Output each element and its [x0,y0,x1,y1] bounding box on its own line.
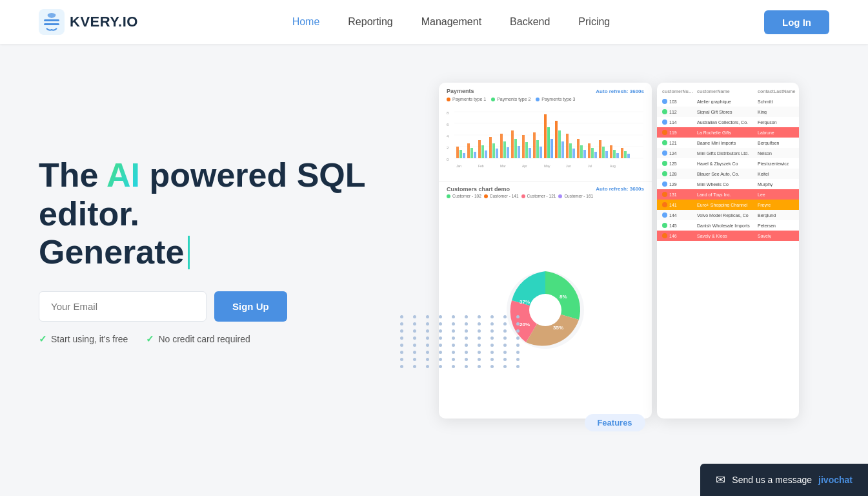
svg-rect-49 [588,143,590,158]
svg-rect-26 [503,141,506,158]
chat-label: Send us a message [732,475,812,485]
check-icon-1: ✓ [39,333,47,345]
table-row: 129 Mini Wheels Co Murphy Julie [657,179,799,189]
logo-text: KVERY.IO [70,14,138,30]
svg-rect-29 [514,139,517,158]
check-no-card: ✓ No credit card required [146,333,250,345]
hero-content: The AI powered SQL editor. Generate Sign… [39,156,374,345]
legend-dot-3 [536,98,540,101]
nav-item-backend[interactable]: Backend [510,16,550,28]
logo-icon [39,9,65,35]
nav-item-reporting[interactable]: Reporting [348,16,392,28]
svg-rect-21 [485,150,487,158]
svg-rect-47 [580,145,583,158]
nav-item-pricing[interactable]: Pricing [578,16,610,28]
nav-item-management[interactable]: Management [421,16,481,28]
svg-rect-40 [555,121,558,158]
chat-icon: ✉ [716,473,725,487]
chat-brand: jivochat [818,475,853,485]
svg-text:Jun: Jun [566,164,571,168]
headline-part1: The AI powered SQL [39,156,366,194]
chat-widget[interactable]: ✉ Send us a message jivochat [700,464,868,496]
svg-rect-25 [500,134,503,158]
svg-rect-53 [602,147,605,158]
pie-legend-2: Customer - 141 [484,194,519,198]
svg-rect-38 [547,127,550,158]
svg-rect-27 [507,147,509,158]
svg-text:8: 8 [447,111,449,115]
login-button[interactable]: Log In [764,10,829,34]
svg-rect-42 [561,141,564,158]
pie-chart-header: Customers chart demo Auto refresh: 3600s [439,182,652,194]
table-rows: 103 Atelier graphique Schmitt Carine 112… [657,96,799,241]
nav-item-home[interactable]: Home [292,16,320,28]
features-label: Features [584,414,645,431]
svg-text:20%: 20% [520,322,530,327]
email-input[interactable] [39,291,207,322]
pie-legend: Customer - 102 Customer - 141 Customer -… [439,194,652,201]
hero-checks: ✓ Start using, it's free ✓ No credit car… [39,333,374,345]
svg-rect-15 [463,153,465,158]
svg-text:37%: 37% [520,299,530,305]
svg-rect-54 [605,151,608,158]
headline-ai: AI [106,156,140,194]
svg-rect-33 [529,148,531,158]
svg-rect-39 [550,139,553,158]
svg-rect-52 [599,140,601,158]
dot-grid-decoration [400,315,503,406]
svg-rect-46 [577,139,580,158]
svg-text:8%: 8% [560,294,567,300]
svg-rect-18 [474,152,476,158]
navbar: KVERY.IO Home Reporting Management Backe… [0,0,868,44]
legend-item-3: Payments type 3 [536,97,575,101]
legend-item-1: Payments type 1 [447,97,486,101]
hero-visual: Payments Auto refresh: 3600s Payments ty… [400,83,829,418]
headline-part3: Generate [39,233,374,272]
svg-text:4: 4 [447,134,449,138]
bar-chart-visual: 8 6 4 2 0 [439,104,652,181]
table-row: 131 Land of Toys Inc. Lee Kwai [657,189,799,200]
cursor-bar [188,236,190,269]
table-row: 125 Havel & Zbyszek Co Piestrzeniewicz Z… [657,158,799,169]
svg-rect-43 [566,134,569,158]
svg-rect-59 [624,151,627,158]
hero-headline: The AI powered SQL editor. Generate [39,156,374,272]
check-icon-2: ✓ [146,333,154,345]
svg-text:Jan: Jan [456,164,461,168]
svg-rect-60 [627,154,630,158]
svg-rect-45 [572,149,575,158]
svg-rect-30 [518,146,520,158]
table-row: 124 Mini Gifts Distributors Ltd. Nelson … [657,148,799,158]
svg-text:35%: 35% [553,325,563,331]
table-row: 121 Baane Mini Imports Bergulfsen Jonas [657,138,799,148]
svg-point-70 [529,294,561,326]
svg-rect-19 [478,140,481,158]
svg-rect-14 [459,150,462,158]
svg-text:Feb: Feb [478,164,484,168]
logo[interactable]: KVERY.IO [39,9,138,35]
svg-text:2: 2 [447,146,449,150]
bar-chart-section: Payments Auto refresh: 3600s Payments ty… [439,83,652,181]
table-row: 114 Australian Collectors, Co. Ferguson … [657,117,799,127]
svg-rect-36 [540,147,542,158]
svg-rect-24 [496,149,498,158]
svg-rect-22 [489,137,492,158]
signup-button[interactable]: Sign Up [214,291,287,322]
legend-item-2: Payments type 2 [491,97,530,101]
table-panel: customerNumber customerName contactLastN… [657,83,799,418]
svg-rect-48 [583,150,586,158]
svg-text:6: 6 [447,123,449,127]
table-row: 119 La Rochelle Gifts Labrune Janine [657,127,799,138]
table-row: 144 Volvo Model Replicas, Co Berglund Ch… [657,210,799,220]
svg-rect-35 [536,140,539,158]
table-row: 103 Atelier graphique Schmitt Carine [657,96,799,107]
svg-rect-56 [613,150,616,158]
svg-text:Apr: Apr [522,164,527,168]
svg-text:0: 0 [447,158,449,161]
svg-rect-23 [492,143,495,158]
svg-rect-31 [522,135,525,158]
svg-rect-17 [470,148,473,158]
svg-rect-41 [558,130,561,158]
svg-rect-2 [44,23,59,25]
table-row: 112 Signal Gift Stores King Jean [657,107,799,117]
